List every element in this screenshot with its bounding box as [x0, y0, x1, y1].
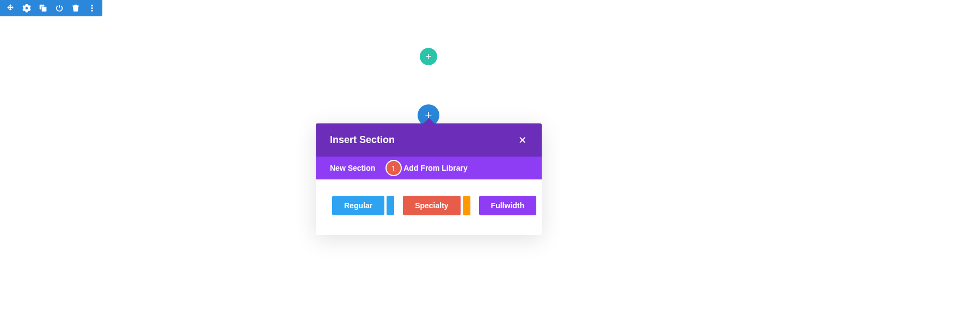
annotation-badge: 1 — [385, 160, 402, 176]
fullwidth-button[interactable]: Fullwidth — [479, 196, 536, 215]
power-icon[interactable] — [54, 3, 64, 13]
specialty-group: Specialty — [403, 196, 470, 215]
section-toolbar — [0, 0, 102, 16]
duplicate-icon[interactable] — [38, 3, 48, 13]
modal-header: Insert Section ✕ — [316, 123, 542, 157]
move-icon[interactable] — [5, 3, 15, 13]
specialty-dropdown[interactable] — [463, 196, 470, 215]
modal-body: Regular Specialty Fullwidth — [316, 179, 542, 235]
plus-icon: + — [426, 51, 432, 63]
svg-point-0 — [91, 5, 93, 7]
svg-point-2 — [91, 10, 93, 11]
regular-button[interactable]: Regular — [332, 196, 384, 215]
modal-tabs: New Section 1 Add From Library — [316, 157, 542, 179]
regular-group: Regular — [332, 196, 394, 215]
specialty-button[interactable]: Specialty — [403, 196, 460, 215]
trash-icon[interactable] — [71, 3, 81, 13]
close-icon[interactable]: ✕ — [517, 135, 528, 146]
more-icon[interactable] — [87, 3, 97, 13]
gear-icon[interactable] — [22, 3, 32, 13]
regular-dropdown[interactable] — [387, 196, 394, 215]
modal-title: Insert Section — [330, 134, 395, 146]
insert-section-modal: Insert Section ✕ New Section 1 Add From … — [316, 123, 542, 235]
add-row-button[interactable]: + — [420, 48, 437, 65]
tab-new-section[interactable]: New Section — [330, 164, 375, 172]
tab-add-from-library[interactable]: Add From Library — [403, 164, 467, 172]
svg-point-1 — [91, 8, 93, 9]
